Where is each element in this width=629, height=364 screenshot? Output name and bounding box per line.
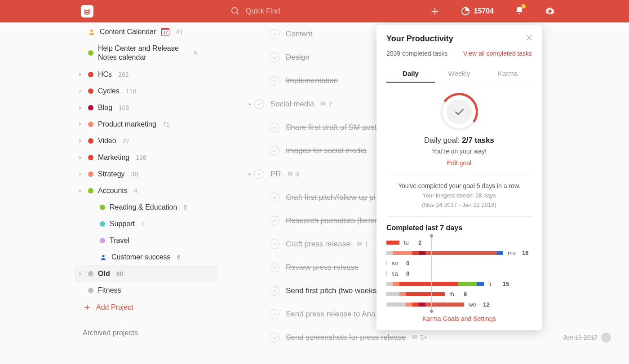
chevron-right-icon[interactable] <box>77 271 83 276</box>
task-checkbox[interactable] <box>270 193 279 202</box>
task-checkbox[interactable] <box>270 123 279 132</box>
project-count: 6 <box>183 204 187 211</box>
chevron-slot <box>76 122 84 127</box>
chevron-right-icon[interactable] <box>77 105 83 110</box>
longest-streak: Your longest streak: 28 days <box>386 192 532 199</box>
task-comments[interactable]: 5+ <box>411 334 427 341</box>
tab-karma[interactable]: Karma <box>483 65 532 83</box>
task-checkbox[interactable] <box>254 169 264 179</box>
task-checkbox[interactable] <box>270 286 279 296</box>
chevron-right-icon[interactable] <box>77 171 83 177</box>
chevron-down-icon[interactable] <box>247 171 252 177</box>
project-count: 4 <box>134 187 137 194</box>
task-checkbox[interactable] <box>270 53 279 62</box>
project-count: 6 <box>177 254 181 261</box>
project-item[interactable]: Strategy38 <box>76 166 217 182</box>
project-item[interactable]: Video27 <box>76 132 217 149</box>
chevron-right-icon[interactable] <box>77 155 83 160</box>
goal-knob-top <box>430 234 433 237</box>
project-item[interactable]: Customer success6 <box>76 249 217 265</box>
project-item[interactable]: Blog103 <box>76 99 217 116</box>
chevron-right-icon[interactable] <box>77 138 83 144</box>
chart-bar <box>386 261 387 265</box>
project-name: Support <box>110 220 135 228</box>
tab-weekly[interactable]: Weekly <box>435 65 483 83</box>
project-name: Customer success <box>111 253 171 261</box>
project-count: 1 <box>141 220 145 228</box>
project-item[interactable]: Help Center and Release Notes calendar6 <box>76 40 217 66</box>
divider <box>386 216 532 217</box>
chevron-slot <box>76 171 84 177</box>
close-icon[interactable] <box>525 33 534 42</box>
project-item[interactable]: Travel <box>76 232 217 249</box>
chart-day-label: mo <box>508 250 518 256</box>
task-checkbox[interactable] <box>270 29 279 39</box>
chevron-right-icon[interactable] <box>77 72 83 77</box>
goal-threshold-line <box>431 235 432 312</box>
chevron-right-icon[interactable] <box>77 122 83 127</box>
karma-score-button[interactable]: 15704 <box>461 6 494 16</box>
task-checkbox[interactable] <box>270 216 279 226</box>
task-comments[interactable]: 3 <box>287 171 299 178</box>
settings-gear-icon[interactable] <box>545 6 555 16</box>
task-comments[interactable]: 2 <box>319 101 332 108</box>
chart-segment <box>425 251 497 255</box>
edit-goal-link[interactable]: Edit goal <box>386 159 532 167</box>
project-item[interactable]: Cycles110 <box>76 83 217 99</box>
chart-day-label: tu <box>404 239 414 246</box>
tab-daily[interactable]: Daily <box>386 65 435 83</box>
chart-segment <box>477 282 483 286</box>
project-item[interactable]: Accounts4 <box>76 182 217 199</box>
chevron-right-icon[interactable] <box>77 88 83 94</box>
archived-projects-link[interactable]: Archived projects <box>76 329 217 337</box>
task-checkbox[interactable] <box>270 263 279 272</box>
project-item[interactable]: Content Calendar1741 <box>76 23 217 40</box>
chevron-down-icon[interactable] <box>247 101 252 107</box>
chevron-slot <box>76 188 84 193</box>
task-checkbox[interactable] <box>254 99 264 109</box>
chevron-down-icon[interactable] <box>77 188 83 193</box>
karma-settings-link[interactable]: Karma Goals and Settings <box>386 315 532 322</box>
quick-find[interactable]: Quick Find <box>230 6 280 16</box>
task-title: Send press release to Ana <box>286 310 375 319</box>
chart-day-label: we <box>469 301 478 308</box>
add-task-icon[interactable] <box>430 6 440 16</box>
streak-message: You've completed your goal 5 days in a r… <box>386 182 532 189</box>
project-item[interactable]: Reading & Education6 <box>76 199 217 215</box>
plus-icon <box>84 304 91 311</box>
project-item[interactable]: Support1 <box>76 215 217 232</box>
project-count: 60 <box>116 270 124 277</box>
notification-indicator <box>521 4 526 9</box>
project-count: 103 <box>119 104 129 111</box>
chart-segment <box>393 251 412 255</box>
task-checkbox[interactable] <box>270 239 279 249</box>
project-item[interactable]: Product marketing71 <box>76 116 217 132</box>
chart-segment <box>406 292 445 296</box>
notifications-button[interactable] <box>514 5 524 17</box>
task-title: Social media <box>270 100 314 109</box>
add-project-button[interactable]: Add Project <box>76 298 217 316</box>
comment-icon <box>411 334 418 341</box>
chart-bar-row: we12 <box>386 299 532 310</box>
project-item[interactable]: Marketing138 <box>76 149 217 166</box>
project-name: Strategy <box>98 170 125 178</box>
chart-bar-row: fr15 <box>386 279 532 289</box>
project-item[interactable]: Fitness <box>76 282 217 298</box>
task-comments[interactable]: 1 <box>356 241 368 248</box>
chart-segment <box>386 251 393 255</box>
task-checkbox[interactable] <box>270 146 279 156</box>
last7-chart: tu2mo18su0sa0fr15th9we12 <box>386 237 532 310</box>
project-color-dot <box>88 271 93 276</box>
project-item[interactable]: Old60 <box>75 265 217 282</box>
view-all-completed-link[interactable]: View all completed tasks <box>463 50 532 57</box>
project-name: Help Center and Release Notes calendar <box>98 44 188 62</box>
project-item[interactable]: HCs263 <box>76 66 217 83</box>
longest-streak-range: (Nov 24 2017 - Jan 22 2018) <box>386 202 532 208</box>
task-checkbox[interactable] <box>270 333 279 342</box>
task-title: Send first pitch (two weeks <box>286 286 377 295</box>
project-count: 27 <box>123 137 130 145</box>
app-logo[interactable] <box>81 5 93 18</box>
task-checkbox[interactable] <box>270 76 279 86</box>
project-count: 71 <box>163 121 170 128</box>
task-checkbox[interactable] <box>270 309 279 319</box>
